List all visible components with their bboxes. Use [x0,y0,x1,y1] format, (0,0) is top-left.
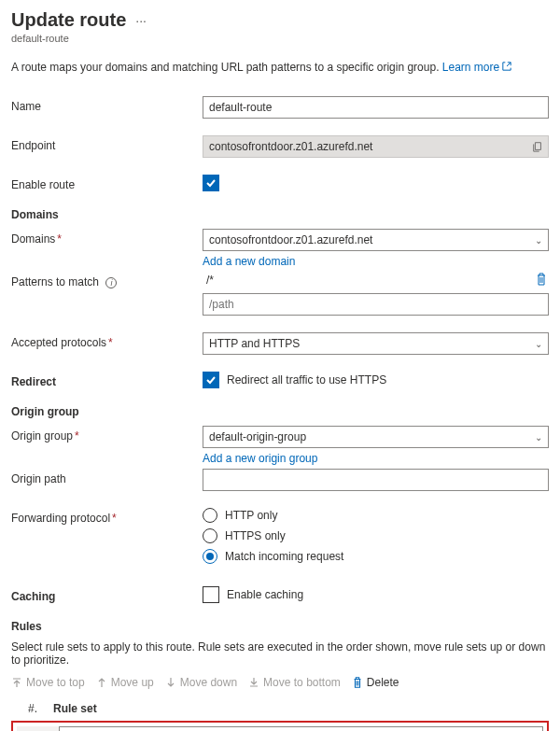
enable-route-label: Enable route [11,175,203,191]
move-top-button: Move to top [11,676,85,689]
forwarding-radio-https[interactable] [203,528,217,543]
column-ruleset-header: Rule set [53,702,549,715]
delete-ruleset-button[interactable]: Delete [352,676,399,689]
forwarding-option-match: Match incoming request [225,550,343,563]
protocols-value: HTTP and HTTPS [209,337,300,350]
delete-pattern-icon[interactable] [536,273,549,288]
redirect-text: Redirect all traffic to use HTTPS [227,373,386,387]
chevron-down-icon: ⌄ [535,235,542,246]
protocols-label: Accepted protocols* [11,332,203,349]
pattern-input[interactable] [203,293,549,316]
origin-group-select[interactable]: default-origin-group ⌄ [203,426,549,448]
name-label: Name [11,96,203,113]
external-link-icon [502,61,511,74]
page-title: Update route [11,9,126,31]
ruleset-highlight-area: ⌄ myRuleSet [11,721,549,731]
name-input [203,96,549,119]
endpoint-display: contosofrontdoor.z01.azurefd.net [203,135,549,158]
origin-group-label: Origin group* [11,426,203,443]
column-number-header: #. [11,702,53,715]
protocols-select[interactable]: HTTP and HTTPS ⌄ [203,332,549,355]
move-bottom-button: Move to bottom [248,676,341,689]
move-down-button: Move down [165,676,237,689]
caching-checkbox[interactable] [203,586,219,603]
page-description: A route maps your domains and matching U… [11,61,549,74]
chevron-down-icon: ⌄ [535,339,542,349]
rules-toolbar: Move to top Move up Move down Move to bo… [11,676,549,689]
forwarding-option-https: HTTPS only [225,529,286,542]
origin-group-value: default-origin-group [209,430,306,443]
endpoint-label: Endpoint [11,135,203,152]
forwarding-radio-match[interactable] [203,549,217,564]
ruleset-row-number [17,726,59,731]
domains-selected-value: contosofrontdoor.z01.azurefd.net [209,233,372,246]
patterns-label: Patterns to match i [11,272,203,288]
redirect-label: Redirect [11,372,203,388]
caching-text: Enable caching [227,588,303,601]
pattern-value: /* [203,272,530,288]
rules-section-header: Rules [11,620,549,633]
domains-select[interactable]: contosofrontdoor.z01.azurefd.net ⌄ [203,229,549,251]
add-origin-group-link[interactable]: Add a new origin group [203,452,549,465]
copy-icon[interactable] [531,140,544,153]
info-icon[interactable]: i [105,277,117,288]
domains-section-header: Domains [11,208,549,221]
page-subtitle: default-route [11,33,549,44]
forwarding-label: Forwarding protocol* [11,508,203,525]
endpoint-value: contosofrontdoor.z01.azurefd.net [209,140,372,153]
more-icon[interactable]: ··· [135,13,147,28]
forwarding-radio-http[interactable] [203,508,217,523]
rules-description: Select rule sets to apply to this route.… [11,640,549,667]
caching-label: Caching [11,586,203,603]
origin-path-input[interactable] [203,469,549,491]
description-text: A route maps your domains and matching U… [11,61,439,74]
add-domain-link[interactable]: Add a new domain [203,255,549,268]
move-up-button: Move up [96,676,154,689]
origin-group-section-header: Origin group [11,405,549,418]
ruleset-select[interactable]: ⌄ [59,726,543,731]
domains-label: Domains* [11,229,203,246]
learn-more-link[interactable]: Learn more [442,61,511,74]
enable-route-checkbox[interactable] [203,175,219,191]
chevron-down-icon: ⌄ [535,432,542,443]
redirect-checkbox[interactable] [203,372,219,388]
forwarding-option-http: HTTP only [225,509,277,522]
origin-path-label: Origin path [11,469,203,485]
